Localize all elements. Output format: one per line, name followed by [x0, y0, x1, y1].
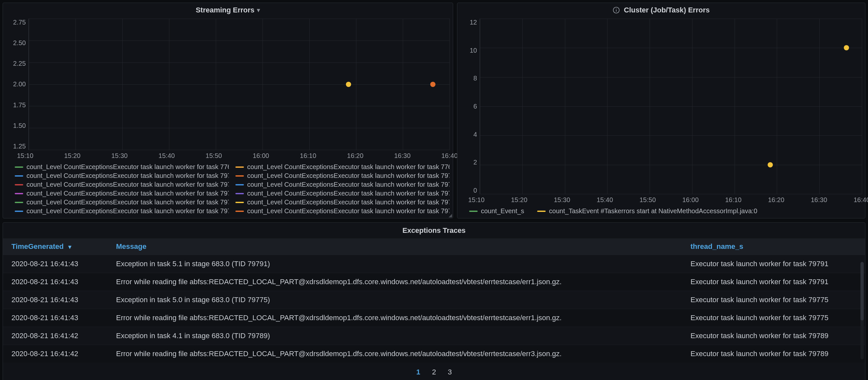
legend-item[interactable]: count_Event_s: [469, 207, 524, 215]
cell-time: 2020-08-21 16:41:42: [3, 327, 107, 345]
table-scrollbar[interactable]: [861, 262, 864, 359]
x-tick: 15:20: [64, 152, 81, 159]
x-tick: 15:50: [206, 152, 222, 159]
legend-item[interactable]: count_Level CountExceptionsExecutor task…: [15, 207, 229, 215]
resize-handle-icon[interactable]: ◢: [447, 213, 452, 217]
cell-thread: Executor task launch worker for task 797…: [682, 255, 865, 273]
y-tick: 2.00: [13, 81, 26, 88]
cell-message: Error while reading file abfss:REDACTED_…: [107, 309, 682, 327]
legend-item[interactable]: count_Level CountExceptionsExecutor task…: [236, 181, 450, 188]
legend-label: count_Level CountExceptionsExecutor task…: [27, 163, 229, 171]
legend-item[interactable]: count_Level CountExceptionsExecutor task…: [15, 172, 229, 179]
data-point[interactable]: [844, 45, 849, 50]
panel-title-bar[interactable]: Streaming Errors ▾: [3, 3, 453, 17]
page-1[interactable]: 1: [416, 368, 420, 376]
chart-grid: [28, 19, 450, 150]
x-tick: 16:40: [854, 196, 868, 204]
y-tick: 6: [473, 103, 477, 110]
legend-item[interactable]: count_Level CountExceptionsExecutor task…: [15, 163, 229, 171]
legend-item[interactable]: count_Level CountExceptionsExecutor task…: [15, 181, 229, 188]
cell-message: Error while reading file abfss:REDACTED_…: [107, 273, 682, 291]
x-tick: 16:00: [253, 152, 269, 159]
table-row[interactable]: 2020-08-21 16:41:43Error while reading f…: [3, 273, 865, 291]
legend-label: count_Level CountExceptionsExecutor task…: [27, 181, 229, 188]
x-tick: 15:30: [554, 196, 570, 204]
scrollbar-thumb[interactable]: [861, 262, 864, 320]
legend-label: count_Level CountExceptionsExecutor task…: [247, 190, 450, 197]
col-header-thread[interactable]: thread_name_s: [682, 238, 865, 255]
y-tick: 12: [470, 19, 477, 26]
legend-item[interactable]: count_Level CountExceptionsExecutor task…: [15, 190, 229, 197]
legend-swatch: [236, 184, 244, 185]
legend-swatch: [236, 202, 244, 203]
col-header-time[interactable]: TimeGenerated ▾: [3, 238, 107, 255]
table-row[interactable]: 2020-08-21 16:41:43Exception in task 5.1…: [3, 255, 865, 273]
table-row[interactable]: 2020-08-21 16:41:43Exception in task 5.0…: [3, 291, 865, 309]
table-row[interactable]: 2020-08-21 16:41:42Error while reading f…: [3, 345, 865, 363]
legend-label: count_Level CountExceptionsExecutor task…: [247, 163, 450, 171]
chevron-down-icon[interactable]: ▾: [257, 6, 260, 14]
exceptions-traces-panel: Exceptions Traces TimeGenerated ▾ Messag…: [3, 223, 865, 380]
info-icon[interactable]: [613, 6, 620, 14]
sort-desc-icon[interactable]: ▾: [68, 244, 71, 250]
exceptions-table: TimeGenerated ▾ Message thread_name_s 20…: [3, 238, 865, 363]
chart-legend: count_Event_scount_TaskEvent #Taskerrors…: [457, 205, 865, 218]
data-point[interactable]: [346, 82, 351, 87]
legend-label: count_Level CountExceptionsExecutor task…: [27, 199, 229, 206]
data-point[interactable]: [768, 162, 773, 168]
x-tick: 16:10: [300, 152, 316, 159]
legend-label: count_Level CountExceptionsExecutor task…: [27, 190, 229, 197]
legend-label: count_Level CountExceptionsExecutor task…: [247, 181, 450, 188]
legend-item[interactable]: count_Level CountExceptionsExecutor task…: [236, 199, 450, 206]
legend-label: count_Event_s: [481, 207, 524, 215]
x-tick: 16:00: [682, 196, 699, 204]
cluster-chart-area[interactable]: 121086420: [457, 17, 865, 194]
panel-title: Exceptions Traces: [3, 223, 865, 238]
table-row[interactable]: 2020-08-21 16:41:42Exception in task 4.1…: [3, 327, 865, 345]
legend-swatch: [236, 167, 244, 168]
page-2[interactable]: 2: [432, 368, 436, 376]
legend-item[interactable]: count_Level CountExceptionsExecutor task…: [236, 207, 450, 215]
legend-swatch: [236, 175, 244, 177]
x-tick: 15:50: [640, 196, 656, 204]
y-axis: 2.752.502.252.001.751.501.25: [6, 19, 28, 150]
page-3[interactable]: 3: [448, 368, 452, 376]
legend-item[interactable]: count_Level CountExceptionsExecutor task…: [236, 163, 450, 171]
chart-grid: [479, 19, 862, 194]
legend-item[interactable]: count_Level CountExceptionsExecutor task…: [236, 190, 450, 197]
x-tick: 16:40: [441, 152, 458, 159]
legend-item[interactable]: count_Level CountExceptionsExecutor task…: [15, 199, 229, 206]
panel-title-bar[interactable]: Cluster (Job/Task) Errors: [457, 3, 865, 17]
cell-thread: Executor task launch worker for task 797…: [682, 309, 865, 327]
cell-time: 2020-08-21 16:41:42: [3, 345, 107, 363]
cell-time: 2020-08-21 16:41:43: [3, 273, 107, 291]
legend-label: count_Level CountExceptionsExecutor task…: [27, 172, 229, 179]
legend-swatch: [15, 184, 23, 185]
y-tick: 0: [473, 187, 477, 194]
x-tick: 16:20: [347, 152, 364, 159]
y-tick: 1.25: [13, 143, 26, 150]
x-tick: 15:10: [468, 196, 485, 204]
cell-time: 2020-08-21 16:41:43: [3, 291, 107, 309]
y-axis: 121086420: [461, 19, 479, 194]
cell-thread: Executor task launch worker for task 797…: [682, 327, 865, 345]
legend-swatch: [236, 211, 244, 212]
legend-label: count_TaskEvent #Taskerrors start at Nat…: [549, 207, 757, 215]
svg-point-2: [616, 8, 617, 9]
x-tick: 15:20: [511, 196, 527, 204]
x-tick: 16:30: [394, 152, 411, 159]
legend-item[interactable]: count_Level CountExceptionsExecutor task…: [236, 172, 450, 179]
col-header-message[interactable]: Message: [107, 238, 682, 255]
legend-item[interactable]: count_TaskEvent #Taskerrors start at Nat…: [537, 207, 757, 215]
streaming-chart-area[interactable]: 2.752.502.252.001.751.501.25: [3, 17, 453, 150]
table-row[interactable]: 2020-08-21 16:41:43Error while reading f…: [3, 309, 865, 327]
panel-title: Cluster (Job/Task) Errors: [624, 6, 709, 14]
legend-label: count_Level CountExceptionsExecutor task…: [247, 172, 450, 179]
legend-swatch: [15, 193, 23, 194]
data-point[interactable]: [430, 82, 435, 87]
cell-message: Error while reading file abfss:REDACTED_…: [107, 345, 682, 363]
legend-swatch: [15, 175, 23, 177]
legend-swatch: [15, 167, 23, 168]
streaming-errors-panel: Streaming Errors ▾ 2.752.502.252.001.751…: [3, 3, 453, 218]
legend-label: count_Level CountExceptionsExecutor task…: [247, 207, 450, 215]
